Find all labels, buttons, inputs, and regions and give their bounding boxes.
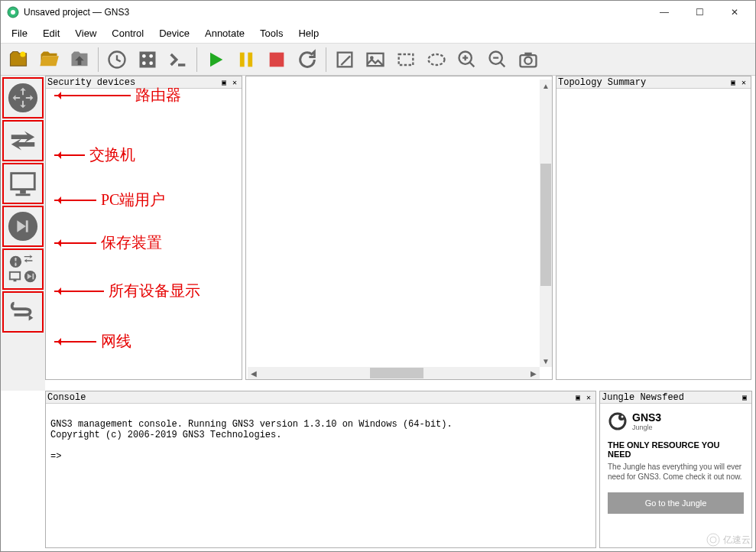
svg-point-1 <box>11 10 15 15</box>
menu-control[interactable]: Control <box>104 25 151 41</box>
svg-rect-30 <box>14 279 17 281</box>
workarea: Security devices ▣ ✕ ▲ ▼ ◀ ▶ Topology Su… <box>1 76 755 391</box>
stop-button[interactable] <box>262 45 291 74</box>
window-title: Unsaved project — GNS3 <box>24 7 647 18</box>
panel-float-icon[interactable]: ▣ <box>219 77 229 88</box>
svg-point-8 <box>149 61 153 65</box>
device-toolbar <box>1 76 45 391</box>
save-project-button[interactable] <box>65 45 94 74</box>
routers-button[interactable] <box>2 77 44 119</box>
newsfeed-panel-title: Jungle Newsfeed <box>602 392 739 403</box>
menu-edit[interactable]: Edit <box>35 25 67 41</box>
newsfeed-text: The Jungle has everything you will ever … <box>608 462 744 482</box>
menu-file[interactable]: File <box>4 25 35 41</box>
security-devices-button[interactable] <box>2 206 44 247</box>
topology-summary-panel: Topology Summary ▣ ✕ <box>556 76 751 380</box>
scrollbar-vertical[interactable]: ▲ ▼ <box>540 80 552 367</box>
menu-device[interactable]: Device <box>151 25 197 41</box>
zoom-in-button[interactable] <box>453 45 482 74</box>
svg-rect-11 <box>270 52 284 67</box>
panel-float-icon[interactable]: ▣ <box>739 392 750 403</box>
annotate-note-button[interactable] <box>330 45 359 74</box>
scrollbar-horizontal[interactable]: ◀ ▶ <box>248 367 540 379</box>
panel-float-icon[interactable]: ▣ <box>728 77 738 88</box>
close-button[interactable]: ✕ <box>717 1 752 24</box>
svg-point-36 <box>707 534 719 546</box>
menu-tools[interactable]: Tools <box>252 25 290 41</box>
svg-point-2 <box>20 51 25 57</box>
security-panel-title: Security devices <box>47 77 219 88</box>
svg-point-35 <box>621 416 624 418</box>
clock-button[interactable] <box>102 45 131 74</box>
start-button[interactable] <box>201 45 230 74</box>
newsfeed-heading: THE ONLY RESOURCE YOU NEED <box>608 440 744 459</box>
svg-rect-10 <box>248 52 252 67</box>
svg-point-20 <box>524 57 531 63</box>
annotate-ellipse-button[interactable] <box>422 45 451 74</box>
open-project-button[interactable] <box>34 45 63 74</box>
svg-point-5 <box>142 54 146 58</box>
svg-rect-24 <box>20 190 26 194</box>
annotate-rect-button[interactable] <box>391 45 420 74</box>
switches-button[interactable] <box>2 120 44 161</box>
console-output[interactable]: GNS3 management console. Running GNS3 ve… <box>46 404 595 477</box>
console-panel: Console ▣ ✕ GNS3 management console. Run… <box>45 391 596 548</box>
add-link-button[interactable] <box>2 291 44 333</box>
toolbar <box>1 44 755 76</box>
minimize-button[interactable]: — <box>647 1 682 24</box>
console-button[interactable] <box>164 45 193 74</box>
svg-rect-9 <box>240 52 245 67</box>
annotate-image-button[interactable] <box>361 45 390 74</box>
panel-close-icon[interactable]: ✕ <box>738 77 749 88</box>
svg-rect-25 <box>15 193 30 196</box>
canvas-panel[interactable]: ▲ ▼ ◀ ▶ <box>245 76 553 380</box>
menu-help[interactable]: Help <box>290 25 326 41</box>
all-devices-button[interactable] <box>2 248 44 290</box>
menubar: File Edit View Control Device Annotate T… <box>1 24 755 44</box>
security-devices-panel: Security devices ▣ ✕ <box>45 76 242 380</box>
svg-point-6 <box>149 54 153 58</box>
reload-button[interactable] <box>293 45 322 74</box>
zoom-out-button[interactable] <box>483 45 512 74</box>
app-icon <box>7 6 19 18</box>
menu-view[interactable]: View <box>67 25 104 41</box>
screenshot-button[interactable] <box>514 45 543 74</box>
svg-point-16 <box>429 54 445 65</box>
snapshot-button[interactable] <box>133 45 162 74</box>
topology-panel-title: Topology Summary <box>558 77 728 88</box>
svg-rect-4 <box>140 51 156 67</box>
panel-float-icon[interactable]: ▣ <box>573 392 583 403</box>
watermark: 亿速云 <box>706 533 751 547</box>
new-project-button[interactable] <box>4 45 33 74</box>
panel-close-icon[interactable]: ✕ <box>229 77 240 88</box>
svg-rect-27 <box>26 220 28 232</box>
titlebar: Unsaved project — GNS3 — ☐ ✕ <box>1 1 755 24</box>
panel-close-icon[interactable]: ✕ <box>583 392 594 403</box>
console-panel-title: Console <box>47 392 573 403</box>
jungle-logo: GNS3 Jungle <box>608 411 744 431</box>
pause-button[interactable] <box>232 45 261 74</box>
svg-rect-12 <box>338 52 352 67</box>
svg-point-7 <box>142 61 146 65</box>
svg-rect-29 <box>10 272 20 280</box>
go-to-jungle-button[interactable]: Go to the Jungle <box>608 492 744 514</box>
menu-annotate[interactable]: Annotate <box>197 25 252 41</box>
svg-rect-32 <box>32 274 34 280</box>
maximize-button[interactable]: ☐ <box>682 1 717 24</box>
svg-rect-15 <box>399 54 414 65</box>
svg-rect-21 <box>524 52 531 55</box>
svg-rect-23 <box>11 174 35 190</box>
end-devices-button[interactable] <box>2 163 44 204</box>
newsfeed-panel: Jungle Newsfeed ▣ GNS3 Jungle THE ONLY R… <box>599 391 752 548</box>
